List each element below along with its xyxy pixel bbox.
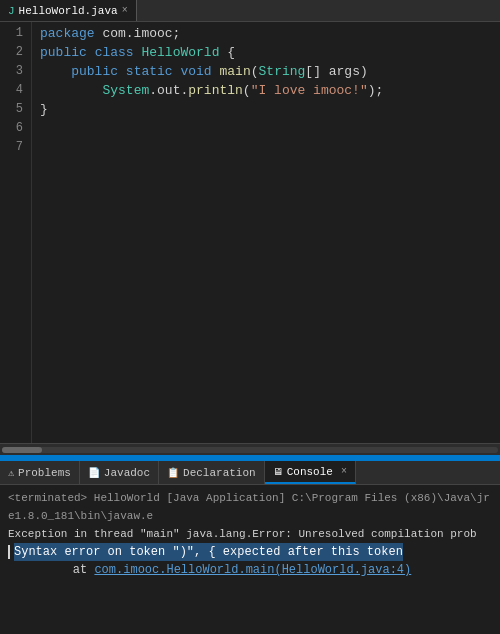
console-highlight-text: Syntax error on token ")", { expected af… bbox=[14, 543, 403, 561]
bottom-tab-icon-problems: ⚠ bbox=[8, 467, 14, 479]
editor-tab-label: HelloWorld.java bbox=[19, 5, 118, 17]
code-token bbox=[40, 62, 71, 81]
console-error-line: Exception in thread "main" java.lang.Err… bbox=[8, 525, 492, 543]
code-token: ( bbox=[251, 62, 259, 81]
code-line: } bbox=[40, 100, 500, 119]
console-content: <terminated> HelloWorld [Java Applicatio… bbox=[0, 485, 500, 634]
code-token: HelloWorld bbox=[141, 43, 219, 62]
bottom-tab-bar: ⚠Problems📄Javadoc📋Declaration🖥Console× bbox=[0, 461, 500, 485]
code-token: public bbox=[40, 43, 87, 62]
bottom-tab-label: Console bbox=[287, 466, 333, 478]
tab-close-icon[interactable]: × bbox=[122, 5, 128, 16]
editor-area: 1234567 package com.imooc;public class H… bbox=[0, 22, 500, 455]
horizontal-scrollbar[interactable] bbox=[0, 443, 500, 455]
console-cursor bbox=[8, 545, 10, 559]
code-token: public bbox=[71, 62, 118, 81]
code-line: ✕ public static void main(String[] args) bbox=[40, 62, 500, 81]
bottom-tab-icon-declaration: 📋 bbox=[167, 467, 179, 479]
console-stack-line: at com.imooc.HelloWorld.main(HelloWorld.… bbox=[8, 561, 492, 579]
code-token: println bbox=[188, 81, 243, 100]
scrollbar-track bbox=[2, 447, 498, 453]
code-line: System.out.println("I love imooc!"); bbox=[40, 81, 500, 100]
line-number: 5 bbox=[0, 100, 23, 119]
code-token bbox=[40, 81, 102, 100]
code-token bbox=[212, 62, 220, 81]
code-token bbox=[173, 62, 181, 81]
bottom-tab-label: Javadoc bbox=[104, 467, 150, 479]
code-token bbox=[87, 43, 95, 62]
console-highlight-wrapper: Syntax error on token ")", { expected af… bbox=[8, 543, 492, 561]
code-token: [] args) bbox=[305, 62, 367, 81]
editor-tab-helloworld[interactable]: J HelloWorld.java × bbox=[0, 0, 137, 21]
code-token: "I love imooc!" bbox=[251, 81, 368, 100]
line-numbers: 1234567 bbox=[0, 22, 32, 443]
code-token: ); bbox=[368, 81, 384, 100]
code-token: class bbox=[95, 43, 134, 62]
bottom-tab-declaration[interactable]: 📋Declaration bbox=[159, 461, 265, 484]
bottom-tab-problems[interactable]: ⚠Problems bbox=[0, 461, 80, 484]
code-token: { bbox=[219, 43, 235, 62]
bottom-tab-icon-javadoc: 📄 bbox=[88, 467, 100, 479]
line-number: 2 bbox=[0, 43, 23, 62]
code-token: } bbox=[40, 100, 48, 119]
code-token bbox=[134, 43, 142, 62]
code-token: ( bbox=[243, 81, 251, 100]
console-link[interactable]: com.imooc.HelloWorld.main(HelloWorld.jav… bbox=[94, 563, 411, 577]
code-token: System bbox=[102, 81, 149, 100]
code-token: .out. bbox=[149, 81, 188, 100]
code-token: String bbox=[259, 62, 306, 81]
editor-tab-bar: J HelloWorld.java × bbox=[0, 0, 500, 22]
code-token: main bbox=[220, 62, 251, 81]
line-number: 4 bbox=[0, 81, 23, 100]
java-file-icon: J bbox=[8, 5, 15, 17]
bottom-tab-icon-console: 🖥 bbox=[273, 466, 283, 478]
code-token: package bbox=[40, 24, 95, 43]
bottom-tab-label: Declaration bbox=[183, 467, 256, 479]
scrollbar-thumb bbox=[2, 447, 42, 453]
bottom-panel: ⚠Problems📄Javadoc📋Declaration🖥Console× <… bbox=[0, 459, 500, 634]
line-number: 3 bbox=[0, 62, 23, 81]
console-terminated-line: <terminated> HelloWorld [Java Applicatio… bbox=[8, 489, 492, 525]
line-number: 6 bbox=[0, 119, 23, 138]
line-number: 7 bbox=[0, 138, 23, 157]
code-line: public class HelloWorld { bbox=[40, 43, 500, 62]
code-line: package com.imooc; bbox=[40, 24, 500, 43]
line-number: 1 bbox=[0, 24, 23, 43]
code-content: 1234567 package com.imooc;public class H… bbox=[0, 22, 500, 443]
bottom-tab-close-icon[interactable]: × bbox=[341, 466, 347, 477]
bottom-tab-console[interactable]: 🖥Console× bbox=[265, 461, 356, 484]
bottom-tab-javadoc[interactable]: 📄Javadoc bbox=[80, 461, 159, 484]
code-lines[interactable]: package com.imooc;public class HelloWorl… bbox=[32, 22, 500, 443]
code-token bbox=[118, 62, 126, 81]
code-token: void bbox=[180, 62, 211, 81]
code-token: static bbox=[126, 62, 173, 81]
bottom-tab-label: Problems bbox=[18, 467, 71, 479]
code-token: com.imooc; bbox=[95, 24, 181, 43]
